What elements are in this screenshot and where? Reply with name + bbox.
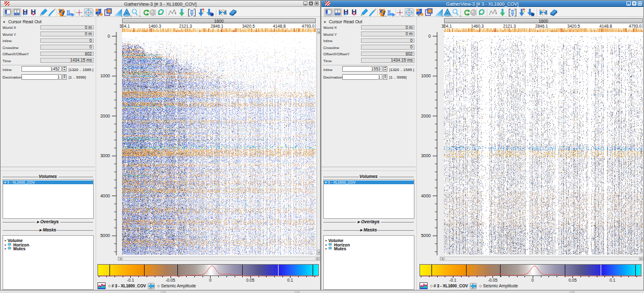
svg-text:A: A bbox=[447, 11, 449, 15]
svg-text:5000: 5000 bbox=[421, 233, 431, 238]
svg-text:2000: 2000 bbox=[421, 114, 431, 118]
svg-text:3000: 3000 bbox=[100, 153, 110, 158]
svg-text:2000: 2000 bbox=[100, 114, 110, 118]
svg-text:5000: 5000 bbox=[100, 233, 110, 238]
svg-text:0: 0 bbox=[108, 34, 110, 38]
svg-text:1000: 1000 bbox=[100, 74, 110, 78]
svg-text:1000: 1000 bbox=[421, 74, 431, 78]
svg-text:4000: 4000 bbox=[100, 194, 110, 198]
svg-text:0: 0 bbox=[428, 34, 431, 38]
svg-text:A: A bbox=[126, 11, 128, 15]
svg-text:4000: 4000 bbox=[421, 194, 431, 198]
svg-text:3000: 3000 bbox=[421, 153, 431, 158]
